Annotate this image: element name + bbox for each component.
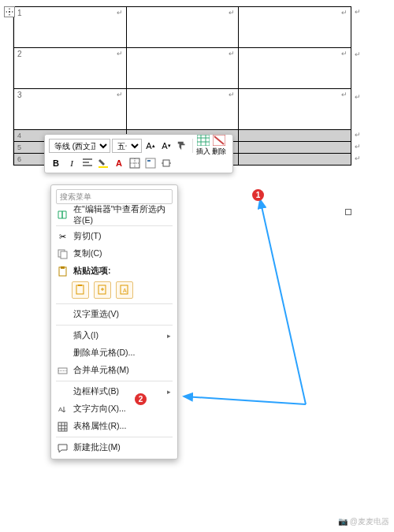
context-menu: 搜索菜单 在"编辑器"中查看所选内容(E) ✂剪切(T) 复制(C) 粘贴选项:…	[50, 184, 178, 459]
menu-item-ime[interactable]: 汉字重选(V)	[51, 306, 177, 323]
para-mark-icon: ↵	[229, 9, 235, 17]
para-mark-icon: ↵	[117, 50, 123, 58]
para-mark-icon: ↵	[355, 143, 361, 151]
paste-keep-formatting-button[interactable]	[72, 281, 89, 299]
borders-button[interactable]	[128, 156, 142, 170]
para-mark-icon: ↵	[355, 50, 361, 58]
decrease-font-button[interactable]: A▾	[159, 139, 173, 153]
para-mark-icon: ↵	[341, 50, 348, 58]
table-resize-handle[interactable]	[345, 209, 351, 215]
cell-label: 5	[17, 143, 21, 151]
cell-label: 6	[17, 155, 21, 163]
delete-table-button[interactable]: 删除	[212, 135, 226, 157]
svg-rect-18	[61, 266, 65, 269]
svg-rect-27	[58, 422, 67, 431]
menu-item-merge-cells[interactable]: 合并单元格(M)	[51, 362, 177, 379]
svg-rect-8	[98, 166, 108, 168]
menu-item-text-direction[interactable]: A文字方向(X)...	[51, 400, 177, 418]
svg-rect-12	[146, 158, 155, 168]
paste-merge-button[interactable]	[94, 281, 111, 299]
merge-icon	[56, 364, 69, 377]
cell-label: 3	[17, 91, 22, 99]
svg-line-33	[260, 199, 306, 404]
highlight-button[interactable]	[96, 156, 110, 170]
annotation-badge-1: 1	[252, 189, 264, 201]
menu-item-paste-options: 粘贴选项:	[51, 262, 177, 280]
svg-rect-16	[61, 251, 67, 259]
font-family-select[interactable]: 等线 (西文正文)	[49, 139, 110, 153]
scissors-icon: ✂	[56, 230, 69, 243]
svg-rect-24	[58, 368, 67, 374]
text-direction-icon: A	[56, 403, 69, 415]
para-mark-icon: ↵	[341, 91, 348, 99]
menu-item-cut[interactable]: ✂剪切(T)	[51, 228, 177, 245]
format-painter-button[interactable]	[175, 139, 189, 153]
watermark: 📷 @麦麦电器	[338, 516, 389, 527]
menu-search-input[interactable]: 搜索菜单	[56, 189, 173, 204]
annotation-arrow	[180, 195, 310, 408]
annotation-badge-2: 2	[135, 393, 147, 405]
chevron-right-icon: ▸	[167, 332, 171, 340]
comment-icon	[56, 441, 69, 454]
table-properties-icon	[56, 420, 69, 433]
cell-align-button[interactable]	[143, 156, 158, 170]
mini-toolbar: 等线 (西文正文) 五号 A▴ A▾ 插入 删除 B I A	[44, 134, 233, 173]
para-mark-icon: ↵	[341, 9, 348, 17]
menu-item-new-comment[interactable]: 新建批注(M)	[51, 439, 177, 456]
autofit-button[interactable]	[159, 156, 173, 170]
menu-item-table-properties[interactable]: 表格属性(R)...	[51, 418, 177, 435]
cell-label: 2	[17, 50, 22, 58]
para-mark-icon: ↵	[117, 91, 123, 99]
table-row[interactable]: 3↵↵↵	[14, 89, 351, 130]
italic-button[interactable]: I	[65, 156, 79, 170]
svg-rect-20	[78, 285, 82, 286]
para-mark-icon: ↵	[229, 50, 235, 58]
table-row[interactable]: 1↵↵↵	[14, 7, 351, 48]
table-row[interactable]: 2↵↵↵	[14, 48, 351, 89]
svg-rect-0	[197, 135, 210, 146]
cell-label: 4	[17, 132, 21, 140]
menu-item-copy[interactable]: 复制(C)	[51, 245, 177, 262]
para-mark-icon: ↵	[355, 131, 361, 139]
paste-options-row: A	[51, 280, 177, 302]
menu-item-insert[interactable]: 插入(I)▸	[51, 327, 177, 344]
svg-line-32	[184, 396, 306, 404]
svg-rect-14	[163, 160, 169, 166]
svg-line-6	[214, 136, 224, 144]
align-button[interactable]	[80, 156, 95, 170]
para-mark-icon: ↵	[229, 91, 235, 99]
cell-label: 1	[17, 9, 22, 17]
paste-text-only-button[interactable]: A	[116, 281, 133, 299]
copy-icon	[56, 247, 69, 260]
svg-rect-13	[147, 160, 151, 162]
svg-rect-19	[76, 285, 84, 294]
paste-icon	[56, 265, 69, 277]
font-color-button[interactable]: A	[112, 156, 126, 170]
menu-item-delete-cells[interactable]: 删除单元格(D)...	[51, 344, 177, 362]
insert-table-button[interactable]: 插入	[196, 135, 210, 157]
font-size-select[interactable]: 五号	[112, 139, 142, 153]
increase-font-button[interactable]: A▴	[143, 139, 158, 153]
bold-button[interactable]: B	[49, 156, 63, 170]
chevron-right-icon: ▸	[167, 388, 171, 396]
svg-text:A: A	[58, 406, 63, 413]
menu-item-lookup[interactable]: 在"编辑器"中查看所选内容(E)	[51, 206, 177, 224]
svg-text:A: A	[123, 288, 127, 293]
para-mark-icon: ↵	[355, 93, 361, 101]
menu-item-border-styles[interactable]: 边框样式(B)▸	[51, 383, 177, 400]
para-mark-icon: ↵	[117, 9, 123, 17]
book-icon	[56, 209, 69, 221]
para-mark-icon: ↵	[355, 154, 361, 162]
para-mark-icon: ↵	[355, 8, 361, 16]
